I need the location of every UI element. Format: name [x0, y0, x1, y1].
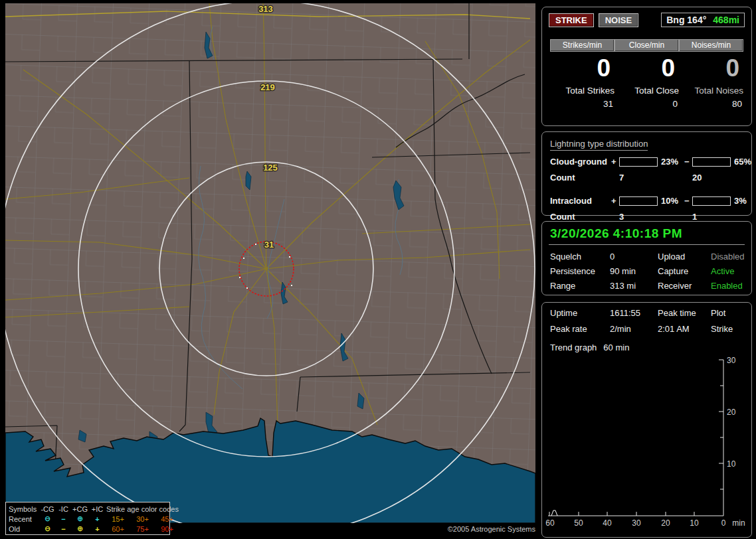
datetime-rule [549, 244, 745, 245]
peak-time-value: 2:01 AM [658, 324, 711, 334]
ic-positive-pct: 10% [658, 196, 684, 206]
ic-positive-bar [619, 196, 658, 206]
trend-ylabel-10: 10 [727, 459, 736, 469]
age-90: 90+ [155, 525, 179, 533]
ic-count-label: Count [550, 212, 611, 222]
legend-old-label: Old [9, 525, 39, 533]
squelch-label: Squelch [550, 252, 610, 262]
trend-x-ticks [549, 512, 694, 516]
trend-ylabel-20: 20 [727, 408, 736, 417]
ring-label-125: 125 [263, 163, 278, 173]
age-15: 15+ [106, 515, 130, 523]
age-45: 45+ [155, 515, 179, 523]
uptime-label: Uptime [550, 308, 610, 318]
strikes-per-min-value: 0 [597, 55, 611, 82]
cg-positive-bar [619, 157, 658, 167]
trend-y-ticks [719, 360, 723, 489]
noises-per-min-chip[interactable]: Noises/min [679, 39, 743, 52]
lightning-map[interactable]: 313 219 125 31 [5, 3, 535, 523]
legend-recent-row: Recent ⊖ − ⊕ + 15+ 30+ 45+ [9, 514, 167, 524]
close-per-min-chip[interactable]: Close/min [614, 39, 679, 52]
total-close-value: 0 [672, 99, 679, 109]
plot-label: Plot [711, 308, 743, 318]
ic-positive-count: 3 [619, 212, 658, 222]
trend-xlabel-0: 0 [721, 518, 726, 528]
receiver-label: Receiver [658, 281, 711, 291]
neg-cg-old-icon: ⊖ [39, 524, 56, 533]
trend-data-spike [551, 510, 557, 516]
legend-col-pos-cg: +CG [71, 505, 89, 513]
upload-status: Disabled [711, 252, 745, 262]
trend-panel: Uptime 1611:55 Peak time Plot Peak rate … [541, 302, 752, 538]
age-30: 30+ [130, 515, 155, 523]
map-canvas: 313 219 125 31 [5, 3, 535, 523]
persistence-label: Persistence [550, 266, 610, 276]
bearing-distance: 468mi [713, 15, 739, 25]
trend-xlabel-30: 30 [632, 518, 641, 528]
plus-sign: + [611, 157, 619, 167]
ic-negative-pct: 3% [731, 196, 753, 206]
trend-xlabel-40: 40 [603, 518, 612, 528]
capture-label: Capture [658, 266, 711, 276]
neg-ic-old-icon: − [56, 525, 71, 533]
pos-ic-recent-icon: + [89, 515, 106, 523]
display-mode-row: STRIKE NOISE Bng 164° 468mi [549, 13, 745, 27]
cloud-ground-label: Cloud-ground [550, 157, 611, 167]
distribution-panel: Lightning type distribution Cloud-ground… [541, 131, 752, 216]
squelch-value: 0 [610, 252, 658, 262]
peak-rate-label: Peak rate [550, 324, 610, 334]
legend-col-neg-cg: -CG [39, 505, 56, 513]
legend-col-pos-ic: +IC [89, 505, 106, 513]
cg-negative-pct: 65% [731, 157, 753, 167]
strike-mode-button[interactable]: STRIKE [549, 13, 594, 27]
pos-cg-old-icon: ⊕ [71, 524, 89, 533]
minus-sign: − [684, 196, 692, 206]
trend-xlabel-20: 20 [661, 518, 670, 528]
bearing-readout: Bng 164° 468mi [661, 13, 745, 27]
cg-negative-bar [692, 157, 731, 167]
legend-header-row: Symbols -CG -IC +CG +IC Strike age color… [9, 504, 167, 514]
legend-col-neg-ic: -IC [56, 505, 71, 513]
status-grid: Squelch 0 Upload Disabled Persistence 90… [550, 252, 743, 291]
range-value: 313 mi [610, 281, 658, 291]
total-close-label: Total Close [634, 86, 679, 96]
trend-ylabel-30: 30 [727, 356, 736, 365]
cg-count-label: Count [550, 173, 611, 183]
counters-panel: STRIKE NOISE Bng 164° 468mi Strikes/min … [541, 7, 752, 126]
total-noises-value: 80 [732, 99, 743, 109]
strikes-per-min-chip[interactable]: Strikes/min [550, 39, 614, 52]
total-strikes-value: 31 [603, 99, 614, 109]
rate-counters: Strikes/min 0 Total Strikes 31 Close/min… [549, 39, 745, 109]
plot-mode-value: Strike [711, 324, 743, 334]
trend-xlabel-10: 10 [690, 518, 699, 528]
cg-positive-count: 7 [619, 173, 658, 183]
status-panel: 3/20/2026 4:10:18 PM Squelch 0 Upload Di… [541, 221, 752, 295]
legend-recent-label: Recent [9, 515, 39, 523]
ic-negative-count: 1 [692, 212, 731, 222]
close-counter: Close/min 0 Total Close 0 [614, 39, 679, 109]
uptime-value: 1611:55 [610, 308, 658, 318]
total-strikes-label: Total Strikes [565, 86, 614, 96]
ic-negative-bar [692, 196, 731, 206]
legend-age-title: Strike age color codes [106, 505, 179, 513]
noise-mode-button[interactable]: NOISE [599, 13, 638, 27]
noises-counter: Noises/min 0 Total Noises 80 [679, 39, 743, 109]
receiver-status: Enabled [711, 281, 745, 291]
distribution-title: Lightning type distribution [550, 139, 648, 151]
pos-ic-old-icon: + [89, 525, 106, 533]
intracloud-label: Intracloud [550, 196, 611, 206]
strikes-counter: Strikes/min 0 Total Strikes 31 [550, 39, 614, 109]
minus-sign: − [684, 157, 692, 167]
symbols-legend: Symbols -CG -IC +CG +IC Strike age color… [5, 502, 170, 535]
noises-per-min-value: 0 [725, 55, 739, 82]
plus-sign: + [611, 196, 619, 206]
age-75: 75+ [130, 525, 155, 533]
cg-negative-count: 20 [692, 173, 731, 183]
ring-label-31: 31 [264, 240, 274, 250]
legend-symbols-header: Symbols [9, 505, 39, 513]
trend-xlabel-50: 50 [574, 518, 583, 528]
pos-cg-recent-icon: ⊕ [71, 514, 89, 523]
neg-ic-recent-icon: − [56, 515, 71, 523]
age-60: 60+ [106, 525, 130, 533]
total-noises-label: Total Noises [694, 86, 743, 96]
